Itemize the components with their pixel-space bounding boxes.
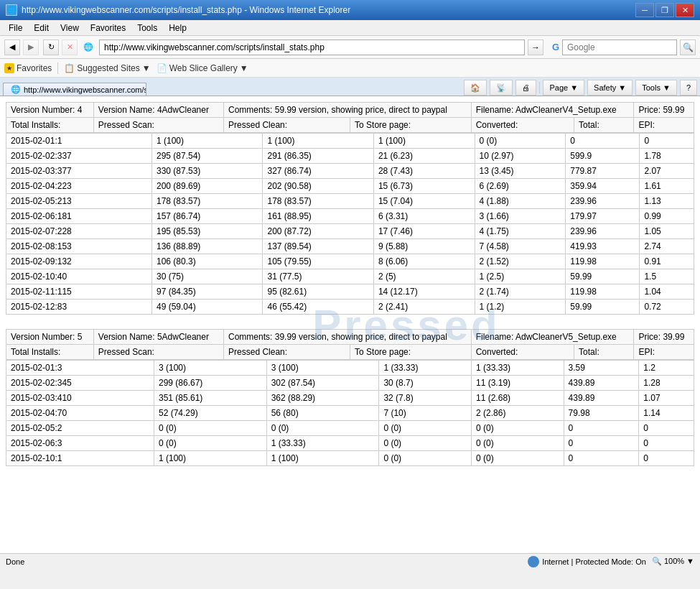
web-slice-gallery[interactable]: 📄 Web Slice Gallery ▼ (157, 63, 248, 73)
table-row: 2015-02-04:7052 (74.29)56 (80)7 (10)2 (2… (6, 406, 694, 421)
s2-price: Price: 39.99 (634, 330, 694, 345)
section2-table: Version Number: 5 Version Name: 5AdwClea… (6, 329, 694, 360)
minimize-button[interactable]: ─ (635, 3, 654, 17)
close-button[interactable]: ✕ (676, 3, 694, 17)
s2-version-name: Version Name: 5AdwCleaner (93, 330, 223, 345)
table-row: 2015-02-03:377330 (87.53)327 (86.74)28 (… (6, 164, 694, 179)
title-bar: 🌐 http://www.vikingwebscanner.com/script… (0, 0, 700, 20)
ie-icon: 🌐 (6, 4, 17, 16)
status-bar: Done Internet | Protected Mode: On 🔍 100… (0, 553, 700, 569)
s2-version-number: Version Number: 5 (6, 330, 94, 345)
h1-col3: To Store page: (350, 118, 472, 133)
header-row-1: Total Installs: Pressed Scan: Pressed Cl… (6, 118, 694, 133)
tools-menu[interactable]: Tools ▼ (635, 80, 677, 96)
table-row: 2015-02-07:228195 (85.53)200 (87.72)17 (… (6, 224, 694, 239)
h1-col2: Pressed Clean: (224, 118, 350, 133)
table-row: 2015-02-01:11 (100)1 (100)1 (100)0 (0)00 (6, 134, 694, 149)
content-area: Pressed Version Number: 4 Version Name: … (0, 96, 700, 553)
separator (57, 62, 58, 74)
menu-help[interactable]: Help (163, 22, 192, 34)
h1-col5: Total: (574, 118, 634, 133)
suggested-sites[interactable]: 📋 Suggested Sites ▼ (64, 63, 150, 73)
table-row: 2015-02-05:20 (0)0 (0)0 (0)0 (0)00 (6, 421, 694, 436)
help-button[interactable]: ? (680, 80, 697, 96)
address-input[interactable] (99, 40, 525, 55)
h2-col0: Total Installs: (6, 345, 94, 360)
search-input[interactable] (562, 40, 677, 55)
table-row: 2015-02-06:181157 (86.74)161 (88.95)6 (3… (6, 209, 694, 224)
header-row-2: Total Installs: Pressed Scan: Pressed Cl… (6, 345, 694, 360)
print-button[interactable]: 🖨 (515, 80, 536, 96)
table-row: 2015-02-03:410351 (85.61)362 (88.29)32 (… (6, 391, 694, 406)
h2-col2: Pressed Clean: (224, 345, 350, 360)
table-row: 2015-02-02:337295 (87.54)291 (86.35)21 (… (6, 149, 694, 164)
s1-filename: Filename: AdwCleanerV4_Setup.exe (471, 103, 634, 118)
slice-label: Web Slice Gallery (169, 63, 238, 73)
tab-icon: 🌐 (11, 85, 21, 94)
slice-icon: 📄 (157, 63, 167, 73)
page-menu[interactable]: Page ▼ (543, 80, 584, 96)
s2-comments: Comments: 39.99 version, showing price, … (224, 330, 472, 345)
table-row: 2015-02-09:132106 (80.3)105 (79.55)8 (6.… (6, 254, 694, 269)
menu-file[interactable]: File (3, 22, 28, 34)
h2-col4: Converted: (471, 345, 574, 360)
table-row: 2015-02-05:213178 (83.57)178 (83.57)15 (… (6, 194, 694, 209)
meta-row-2: Version Number: 5 Version Name: 5AdwClea… (6, 330, 694, 345)
window-title: http://www.vikingwebscanner.com/scripts/… (22, 5, 350, 15)
table-row: 2015-02-06:30 (0)1 (33.33)0 (0)0 (0)00 (6, 436, 694, 451)
forward-button[interactable]: ▶ (23, 40, 39, 55)
home-button[interactable]: 🏠 (464, 80, 487, 96)
protected-mode: Internet | Protected Mode: On (528, 556, 646, 567)
rss-button[interactable]: 📡 (490, 80, 513, 96)
search-button[interactable]: 🔍 (680, 40, 696, 55)
status-text: Done (6, 557, 24, 566)
favorites-label: Favorites (17, 63, 52, 73)
table-row: 2015-02-10:11 (100)1 (100)0 (0)0 (0)00 (6, 451, 694, 466)
stop-button[interactable]: ✕ (62, 40, 78, 55)
menu-edit[interactable]: Edit (28, 22, 55, 34)
globe-icon (528, 556, 539, 567)
s1-comments: Comments: 59.99 version, showing price, … (224, 103, 472, 118)
h2-col3: To Store page: (350, 345, 472, 360)
address-bar: ◀ ▶ ↻ ✕ 🌐 → G 🔍 (0, 36, 700, 59)
address-label: 🌐 (80, 42, 96, 52)
go-button[interactable]: → (528, 40, 543, 55)
favorites-bar: ★ Favorites 📋 Suggested Sites ▼ 📄 Web Sl… (0, 59, 700, 78)
h2-col1: Pressed Scan: (93, 345, 223, 360)
zoom-control[interactable]: 🔍 100% ▼ (652, 557, 694, 566)
h1-col6: EPI: (634, 118, 694, 133)
h1-col0: Total Installs: (6, 118, 94, 133)
menu-view[interactable]: View (55, 22, 85, 34)
star-icon: ★ (4, 63, 14, 73)
protected-mode-text: Internet | Protected Mode: On (542, 557, 646, 566)
menu-tools[interactable]: Tools (131, 22, 163, 34)
tab-bar: 🌐 http://www.vikingwebscanner.com/script… (0, 78, 700, 96)
restore-button[interactable]: ❐ (655, 3, 674, 17)
table-row: 2015-02-08:153136 (88.89)137 (89.54)9 (5… (6, 239, 694, 254)
h2-col6: EPI: (634, 345, 694, 360)
table-row: 2015-02-04:223200 (89.69)202 (90.58)15 (… (6, 179, 694, 194)
s1-price: Price: 59.99 (634, 103, 694, 118)
s1-version-name: Version Name: 4AdwCleaner (93, 103, 223, 118)
safety-menu[interactable]: Safety ▼ (587, 80, 633, 96)
section1-table: Version Number: 4 Version Name: 4AdwClea… (6, 102, 694, 133)
h1-col4: Converted: (471, 118, 574, 133)
table-row: 2015-02-10:4030 (75)31 (77.5)2 (5)1 (2.5… (6, 269, 694, 284)
menu-favorites[interactable]: Favorites (85, 22, 131, 34)
menu-bar: File Edit View Favorites Tools Help (0, 20, 700, 36)
table-row: 2015-02-12:8349 (59.04)46 (55.42)2 (2.41… (6, 300, 694, 315)
h1-col1: Pressed Scan: (93, 118, 223, 133)
section2: Version Number: 5 Version Name: 5AdwClea… (6, 329, 694, 466)
table-row: 2015-02-02:345299 (86.67)302 (87.54)30 (… (6, 376, 694, 391)
favorites-button[interactable]: ★ Favorites (4, 63, 52, 73)
suggested-label: Suggested Sites (77, 63, 139, 73)
suggested-icon: 📋 (64, 63, 75, 73)
tab-label: http://www.vikingwebscanner.com/scripts/… (24, 85, 146, 94)
zoom-level: 100% (664, 557, 684, 565)
h2-col5: Total: (574, 345, 634, 360)
active-tab[interactable]: 🌐 http://www.vikingwebscanner.com/script… (3, 83, 146, 96)
refresh-button[interactable]: ↻ (43, 40, 59, 55)
back-button[interactable]: ◀ (4, 40, 20, 55)
section1-data-table: 2015-02-01:11 (100)1 (100)1 (100)0 (0)00… (6, 133, 694, 315)
section1: Version Number: 4 Version Name: 4AdwClea… (6, 102, 694, 315)
